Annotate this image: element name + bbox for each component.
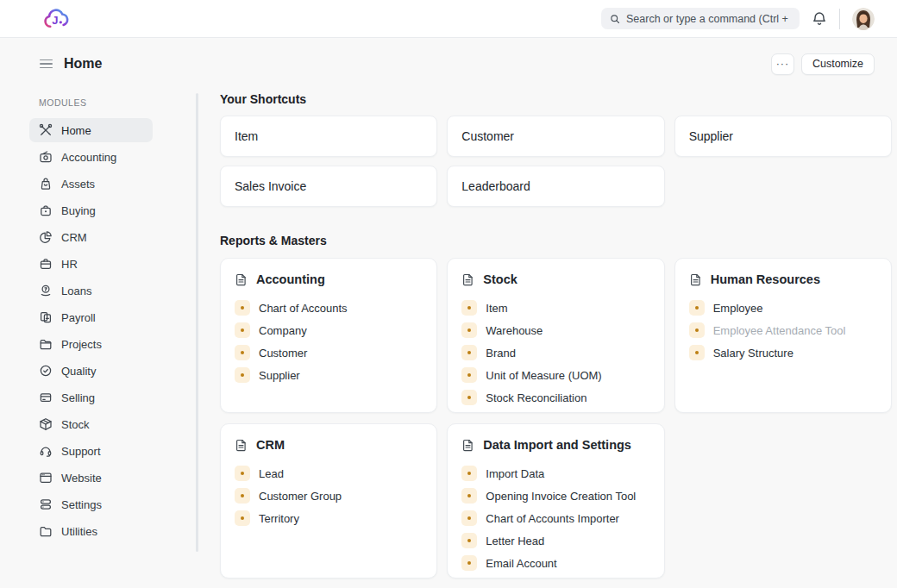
bullet-badge-icon xyxy=(461,555,477,571)
master-link-label: Supplier xyxy=(259,369,300,382)
sidebar-item-settings[interactable]: Settings xyxy=(29,492,153,516)
master-link-warehouse[interactable]: Warehouse xyxy=(461,319,649,341)
bullet-dot xyxy=(467,516,471,520)
sidebar-toggle-icon[interactable] xyxy=(40,59,53,69)
sidebar-item-quality[interactable]: Quality xyxy=(29,359,153,383)
sidebar-item-projects[interactable]: Projects xyxy=(29,332,153,356)
topbar: J xyxy=(0,0,897,38)
bullet-badge-icon xyxy=(235,510,250,526)
master-link-label: Lead xyxy=(259,467,284,480)
shortcut-card-sales-invoice[interactable]: Sales Invoice xyxy=(220,166,437,207)
app-logo[interactable]: J xyxy=(41,6,72,31)
sidebar-modules-list: HomeAccountingAssetsBuyingCRMHRLoansPayr… xyxy=(29,118,172,543)
sidebar-item-label: Loans xyxy=(61,285,91,297)
master-link-chart-of-accounts-importer[interactable]: Chart of Accounts Importer xyxy=(461,507,649,529)
bullet-dot xyxy=(241,306,244,310)
sidebar-item-crm[interactable]: CRM xyxy=(29,225,153,249)
master-link-employee[interactable]: Employee xyxy=(689,297,877,319)
master-link-brand[interactable]: Brand xyxy=(461,341,649,364)
bullet-dot xyxy=(241,472,244,475)
shortcut-label: Supplier xyxy=(689,129,733,143)
bullet-dot xyxy=(695,306,699,310)
browser-icon xyxy=(39,471,53,485)
master-link-unit-of-measure-uom-[interactable]: Unit of Measure (UOM) xyxy=(461,364,649,386)
shortcut-label: Leaderboard xyxy=(461,179,530,193)
master-card-title[interactable]: CRM xyxy=(235,438,423,452)
master-link-label: Unit of Measure (UOM) xyxy=(486,369,601,382)
document-icon xyxy=(235,273,248,286)
sidebar-item-stock[interactable]: Stock xyxy=(29,412,153,436)
master-link-import-data[interactable]: Import Data xyxy=(461,462,649,485)
package-icon xyxy=(39,417,53,431)
more-options-button[interactable]: ··· xyxy=(771,53,794,75)
master-card-title[interactable]: Stock xyxy=(461,272,649,286)
sidebar-item-accounting[interactable]: Accounting xyxy=(29,145,153,169)
sidebar-item-label: Home xyxy=(61,124,91,137)
bullet-dot xyxy=(241,516,244,520)
sidebar-item-support[interactable]: Support xyxy=(29,439,153,463)
master-link-salary-structure[interactable]: Salary Structure xyxy=(689,341,877,364)
sidebar-item-payroll[interactable]: Payroll xyxy=(29,305,153,329)
bullet-dot xyxy=(467,561,471,565)
master-link-email-account[interactable]: Email Account xyxy=(461,552,649,574)
master-link-territory[interactable]: Territory xyxy=(235,507,423,529)
master-link-lead[interactable]: Lead xyxy=(235,462,423,485)
master-card-crm: CRMLeadCustomer GroupTerritory xyxy=(220,423,437,579)
bullet-badge-icon xyxy=(235,488,250,504)
modules-sidebar: MODULES HomeAccountingAssetsBuyingCRMHRL… xyxy=(29,83,172,588)
master-card-title[interactable]: Human Resources xyxy=(689,272,877,286)
master-card-title[interactable]: Accounting xyxy=(235,272,423,286)
sidebar-item-utilities[interactable]: Utilities xyxy=(29,519,153,543)
sidebar-item-loans[interactable]: Loans xyxy=(29,278,153,303)
master-link-label: Brand xyxy=(486,347,516,360)
shortcut-card-supplier[interactable]: Supplier xyxy=(674,116,892,157)
master-link-opening-invoice-creation-tool[interactable]: Opening Invoice Creation Tool xyxy=(461,485,649,507)
master-link-supplier[interactable]: Supplier xyxy=(235,364,423,386)
sidebar-item-hr[interactable]: HR xyxy=(29,252,153,276)
main-content: Your Shortcuts ItemCustomerSupplierSales… xyxy=(220,83,892,588)
master-link-employee-attendance-tool[interactable]: Employee Attendance Tool xyxy=(689,319,877,341)
sidebar-item-buying[interactable]: Buying xyxy=(29,198,153,222)
master-link-customer[interactable]: Customer xyxy=(235,341,423,364)
radio-icon xyxy=(39,150,53,164)
sidebar-item-label: HR xyxy=(61,258,78,271)
avatar xyxy=(852,8,875,30)
sidebar-item-selling[interactable]: Selling xyxy=(29,385,153,410)
search-input[interactable] xyxy=(626,13,791,25)
shortcut-card-leaderboard[interactable]: Leaderboard xyxy=(447,166,664,207)
customize-button[interactable]: Customize xyxy=(801,53,875,75)
tools-icon xyxy=(39,123,53,137)
shortcut-label: Customer xyxy=(461,129,514,143)
notifications-button[interactable] xyxy=(812,11,827,27)
sidebar-item-label: CRM xyxy=(61,231,87,244)
master-card-title-label: Stock xyxy=(483,272,518,286)
master-link-label: Employee Attendance Tool xyxy=(713,324,846,337)
user-menu-button[interactable] xyxy=(852,8,875,30)
cloud-logo-icon: J xyxy=(41,6,72,31)
shortcuts-heading: Your Shortcuts xyxy=(220,93,892,105)
master-link-customer-group[interactable]: Customer Group xyxy=(235,485,423,507)
master-link-chart-of-accounts[interactable]: Chart of Accounts xyxy=(235,297,423,319)
master-link-stock-reconciliation[interactable]: Stock Reconciliation xyxy=(461,386,649,409)
sidebar-scrollbar[interactable] xyxy=(196,93,198,552)
bullet-badge-icon xyxy=(461,300,477,316)
bullet-dot xyxy=(467,494,471,497)
master-link-company[interactable]: Company xyxy=(235,319,423,341)
master-card-title-label: Data Import and Settings xyxy=(483,438,631,452)
layers-icon xyxy=(39,497,53,511)
master-link-item[interactable]: Item xyxy=(461,297,649,319)
shortcut-card-customer[interactable]: Customer xyxy=(447,116,664,157)
master-card-list: ItemWarehouseBrandUnit of Measure (UOM)S… xyxy=(461,297,649,409)
sidebar-item-website[interactable]: Website xyxy=(29,466,153,490)
bullet-dot xyxy=(467,396,471,399)
master-link-label: Salary Structure xyxy=(713,347,794,360)
sidebar-item-assets[interactable]: Assets xyxy=(29,172,153,196)
master-link-letter-head[interactable]: Letter Head xyxy=(461,529,649,552)
master-card-title[interactable]: Data Import and Settings xyxy=(461,438,649,452)
bag-icon xyxy=(39,177,53,191)
sidebar-item-label: Website xyxy=(61,472,102,485)
global-search[interactable] xyxy=(601,8,800,29)
briefcase-dot-icon xyxy=(39,203,53,217)
shortcut-card-item[interactable]: Item xyxy=(220,116,437,157)
sidebar-item-home[interactable]: Home xyxy=(29,118,153,142)
